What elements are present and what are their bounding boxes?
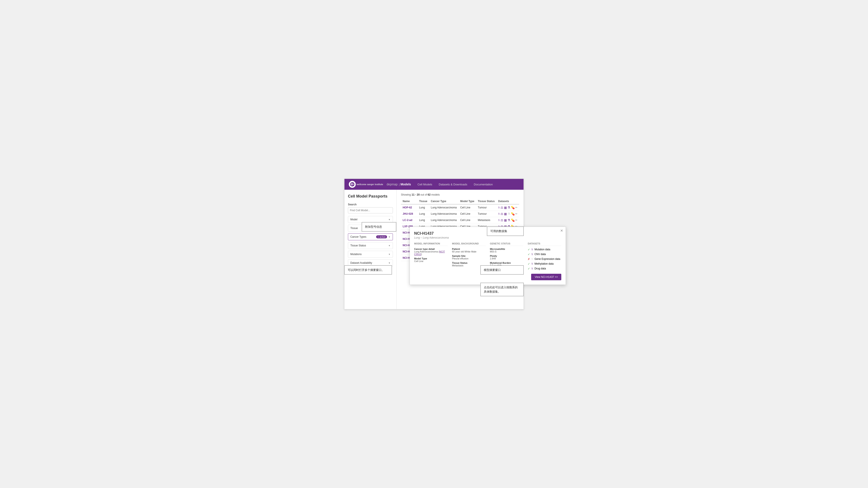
sanger-logo-icon: wellcome sanger institute	[349, 181, 383, 188]
model-name-link[interactable]: HOP-62	[403, 206, 412, 209]
model-filter-row[interactable]: Model ▼	[348, 216, 393, 223]
popup-tissue-status-row: Tissue Status Metastasis	[452, 262, 486, 267]
popup-mutational-burden-value: 7.7 mut/Mb	[490, 264, 524, 267]
model-name-link[interactable]: JHU-028	[403, 212, 413, 215]
cancer-types-label: Cancer Types	[350, 235, 366, 238]
popup-tissue-status-value: Metastasis	[452, 264, 486, 267]
table-area: Showing 11 - 20 out of 62 models Name Ti…	[397, 190, 524, 309]
table-header: Name Tissue Cancer Type Model Type Tissu…	[401, 199, 519, 204]
model-summary-popup: ✕ NCI-H1437 Lung – Lung Adenocarcinoma M…	[410, 226, 566, 285]
col-tissue: Tissue	[417, 199, 429, 204]
edit-icon[interactable]: ✏	[515, 206, 518, 209]
nav-cell-models[interactable]: Cell Models	[417, 183, 432, 186]
popup-model-type-label: Model Type	[414, 257, 448, 260]
edit-icon[interactable]: ✏	[515, 219, 518, 222]
search-input[interactable]	[348, 207, 393, 213]
popup-cancer-type-row: Cancer type detail Lung Adenocarcinoma (…	[414, 248, 448, 255]
dataset-icons: ⚕ ⚖ ▦ ⚗ 💊 ✏	[498, 218, 518, 222]
nav-depmap[interactable]: depmap	[386, 183, 398, 186]
mutations-filter-row[interactable]: Mutations ▼	[348, 251, 393, 258]
dataset-icons: ⚕ ⚖ ▦ ⚗ 💊 ✏	[498, 212, 518, 216]
mutations-label: Mutations	[350, 253, 362, 256]
drug-icon[interactable]: 💊	[511, 206, 515, 209]
popup-model-type-row: Model Type Cell Line	[414, 257, 448, 263]
expression-icon[interactable]: ▦	[504, 218, 507, 222]
cancer-types-filter-row[interactable]: Cancer Types 1 active ▼	[348, 233, 393, 240]
svg-rect-1	[350, 184, 354, 185]
popup-model-info-col: Model information Cancer type detail Lun…	[414, 242, 448, 280]
popup-dataset-item: ✓ ⚕ Methylation data	[528, 262, 561, 266]
popup-patient-row: Patient 60 year old White Male	[452, 248, 486, 253]
popup-body: Model information Cancer type detail Lun…	[414, 242, 561, 280]
popup-datasets-col: Datasets ✓ ⚕ Mutation data ✓ ⚕ CNV data …	[528, 242, 561, 280]
sanger-logo-svg	[350, 182, 355, 187]
popup-title: NCI-H1437	[414, 231, 561, 236]
popup-close-button[interactable]: ✕	[560, 228, 563, 233]
table-row[interactable]: HOP-62 Lung Lung Adenocarcinoma Cell Lin…	[401, 204, 519, 211]
page-wrapper: 附加型号信息 wellcome sanger institute	[344, 179, 524, 309]
cancer-types-right: 1 active ▼	[376, 235, 391, 238]
table-row[interactable]: JHU-028 Lung Lung Adenocarcinoma Cell Li…	[401, 211, 519, 217]
mutation-icon[interactable]: ⚕	[498, 218, 500, 222]
showing-text: Showing 11 - 20 out of 62 models	[401, 193, 519, 196]
popup-cancer-type-value: Lung Adenocarcinoma (NCIT C3512)	[414, 250, 448, 255]
tissue-status-filter-row[interactable]: Tissue Status ▼	[348, 242, 393, 249]
check-icon: ✓	[528, 267, 530, 270]
popup-datasets-title: Datasets	[528, 242, 561, 246]
cnv-icon[interactable]: ⚖	[500, 212, 503, 216]
popup-cancer-type-label: Cancer type detail	[414, 248, 448, 250]
methylation-icon[interactable]: ⚗	[507, 206, 510, 209]
model-type-cell: Cell Line	[458, 217, 476, 223]
expression-icon[interactable]: ▦	[504, 206, 507, 209]
methylation-icon[interactable]: ⚗	[507, 218, 510, 222]
dataset-name: Mutation data	[534, 248, 550, 251]
popup-view-button[interactable]: View NCI-H1437 >>	[531, 274, 561, 280]
nav-documentation[interactable]: Documentation	[474, 183, 493, 186]
dataset-name: Methylation data	[534, 262, 554, 265]
popup-patient-value: 60 year old White Male	[452, 250, 486, 253]
tissue-cell: Lung	[417, 217, 429, 223]
popup-dataset-item: ✓ ⚕ Mutation data	[528, 248, 561, 251]
nav-models[interactable]: Models	[400, 183, 411, 186]
methylation-icon[interactable]: ⚗	[507, 212, 510, 216]
sidebar-title: Cell Model Passports	[348, 194, 393, 199]
cancer-types-badge: 1 active	[376, 235, 387, 238]
ncit-link[interactable]: NCIT C3512	[414, 250, 445, 255]
drug-icon[interactable]: 💊	[511, 212, 515, 216]
tissue-filter-row[interactable]: Tissue ▼	[348, 225, 393, 232]
cancer-types-chevron-icon: ▼	[388, 236, 391, 238]
cancer-type-cell: Lung Adenocarcinoma	[429, 211, 458, 217]
dataset-availability-filter-row[interactable]: Dataset Availability ▼	[348, 260, 393, 266]
popup-model-type-value: Cell Line	[414, 260, 448, 263]
tissue-filter-label: Tissue	[350, 226, 358, 230]
mutations-chevron-icon: ▼	[388, 253, 391, 255]
expression-icon[interactable]: ▦	[504, 212, 507, 216]
popup-patient-label: Patient	[452, 248, 486, 250]
edit-icon[interactable]: ✏	[515, 212, 518, 215]
tissue-status-cell: Tumour	[476, 204, 496, 211]
nav-links: Cell Models Datasets & Downloads Documen…	[417, 183, 493, 186]
table-row[interactable]: LC-2-ad Lung Lung Adenocarcinoma Cell Li…	[401, 217, 519, 223]
popup-mutational-burden-label: Mutational Burden	[490, 262, 524, 264]
popup-microsatellite-label: Microsatellite	[490, 248, 524, 250]
popup-genetic-status-col: Genetic Status Microsatellite MSI-S Ploi…	[490, 242, 524, 280]
popup-microsatellite-row: Microsatellite MSI-S	[490, 248, 524, 253]
dataset-name: Gene Expression data	[534, 257, 560, 261]
cancer-type-cell: Lung Adenocarcinoma	[429, 217, 458, 223]
col-datasets: Datasets	[496, 199, 519, 204]
mutation-icon[interactable]: ⚕	[498, 212, 500, 216]
popup-sample-site-value: Pleural effusion	[452, 257, 486, 260]
popup-model-background-col: Model background Patient 60 year old Whi…	[452, 242, 486, 280]
cnv-icon[interactable]: ⚖	[500, 206, 503, 209]
popup-model-background-title: Model background	[452, 242, 486, 246]
drug-icon[interactable]: 💊	[511, 218, 515, 222]
tissue-chevron-icon: ▼	[388, 227, 391, 230]
mutation-icon[interactable]: ⚕	[498, 206, 500, 209]
nav-datasets[interactable]: Datasets & Downloads	[439, 183, 467, 186]
model-name-link[interactable]: LC-2-ad	[403, 219, 412, 222]
popup-mutational-burden-row: Mutational Burden 7.7 mut/Mb	[490, 262, 524, 267]
popup-sample-site-row: Sample Site Pleural effusion	[452, 255, 486, 260]
dataset-name: Drug data	[534, 267, 546, 270]
cnv-icon[interactable]: ⚖	[500, 218, 503, 222]
dataset-type-icon: ⚕	[531, 257, 533, 261]
